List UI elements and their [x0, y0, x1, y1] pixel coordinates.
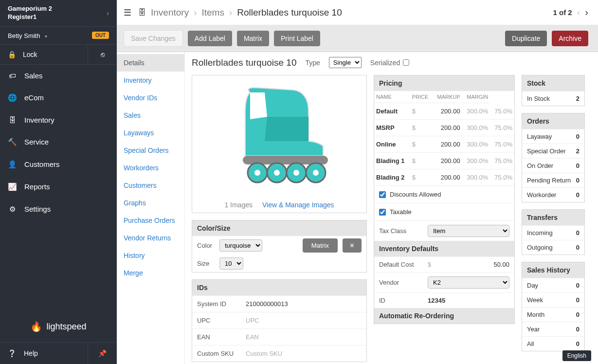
lock-icon: 🔒 — [8, 51, 16, 58]
tax-class-label: Tax Class — [379, 227, 423, 235]
taxable-label: Taxable — [390, 208, 412, 216]
subnav-workorders[interactable]: Workorders — [117, 159, 184, 177]
delete-variant-button[interactable]: ✕ — [343, 238, 362, 253]
ean-input[interactable]: EAN — [246, 333, 259, 341]
pin-icon: 📌 — [98, 349, 107, 357]
subnav-merge[interactable]: Merge — [117, 264, 184, 282]
register-switcher[interactable]: Gameporium 2 Register1 › — [0, 0, 117, 27]
ids-header: IDs — [192, 280, 366, 295]
sales-value: 0 — [576, 311, 580, 318]
col-name: NAME — [374, 91, 410, 103]
save-button[interactable]: Save Changes — [124, 30, 183, 47]
vendor-id-value[interactable]: 12345 — [428, 297, 445, 304]
next-page[interactable]: › — [585, 7, 588, 18]
manage-images-link[interactable]: View & Manage Images — [262, 201, 334, 209]
nav-reports[interactable]: 📈Reports — [0, 176, 117, 198]
add-label-button[interactable]: Add Label — [188, 31, 232, 46]
size-select[interactable]: 10 — [219, 257, 243, 270]
serialized-label: Serialized — [370, 59, 400, 67]
user-switcher[interactable]: Betty Smith ▾ OUT — [0, 27, 117, 45]
matrix-button-inline[interactable]: Matrix — [303, 238, 338, 253]
pin-button[interactable]: 📌 — [88, 343, 117, 364]
sales-label: Day — [527, 282, 538, 289]
crumb-inventory[interactable]: Inventory — [151, 7, 189, 18]
help-button[interactable]: ❔ Help — [0, 343, 88, 364]
sales-history-card: Sales History Day0 Week0 Month0 Year0 Al… — [522, 262, 585, 351]
taxable-checkbox[interactable] — [379, 209, 386, 216]
serialized-checkbox[interactable] — [403, 59, 409, 66]
out-badge[interactable]: OUT — [92, 32, 109, 39]
price-row: Blading 2$200.00300.0%75.0% — [374, 169, 514, 186]
archive-button[interactable]: Archive — [552, 31, 588, 46]
user-name: Betty Smith — [8, 32, 40, 39]
product-image[interactable] — [192, 75, 366, 197]
duplicate-button[interactable]: Duplicate — [505, 31, 547, 46]
logout-button[interactable]: ⎋ — [88, 45, 117, 64]
svg-point-7 — [293, 170, 299, 176]
user-icon: 👤 — [8, 160, 17, 169]
auto-reorder-header: Automatic Re-Ordering — [374, 308, 514, 324]
sales-label: Year — [527, 326, 540, 333]
top-bar: ☰ 🗄 Inventory › Items › Rollerblades tur… — [117, 0, 598, 25]
nav-sales[interactable]: 🏷Sales — [0, 65, 117, 87]
register-name: Register1 — [8, 13, 52, 21]
sku-input[interactable]: Custom SKU — [246, 350, 282, 357]
color-size-header: Color/Size — [192, 220, 366, 236]
help-icon: ❔ — [8, 349, 16, 357]
order-label: Layaway — [527, 133, 552, 140]
upc-label: UPC — [197, 317, 246, 324]
subnav-layaways[interactable]: Layaways — [117, 124, 184, 142]
language-badge[interactable]: English — [562, 350, 591, 361]
subnav-vendor-ids[interactable]: Vendor IDs — [117, 89, 184, 107]
tag-icon: 🏷 — [8, 72, 17, 80]
crumb-items[interactable]: Items — [201, 7, 224, 18]
discounts-checkbox[interactable] — [379, 191, 386, 198]
order-value: 0 — [576, 191, 580, 199]
subnav-history[interactable]: History — [117, 247, 184, 264]
vendor-select[interactable]: K2 — [428, 276, 509, 289]
prev-page[interactable]: ‹ — [577, 7, 580, 18]
transfers-card: Transfers Incoming0 Outgoing0 — [522, 209, 585, 255]
print-label-button[interactable]: Print Label — [274, 31, 320, 46]
subnav-vendor-returns[interactable]: Vendor Returns — [117, 229, 184, 247]
color-select[interactable]: turquoise — [219, 239, 262, 252]
subnav-purchase-orders[interactable]: Purchase Orders — [117, 212, 184, 229]
nav-customers[interactable]: 👤Customers — [0, 153, 117, 176]
order-label: On Order — [527, 162, 553, 169]
lock-button[interactable]: 🔒 Lock — [0, 45, 88, 64]
default-cost-value[interactable]: 50.00 — [493, 261, 509, 268]
subnav-details[interactable]: Details — [117, 54, 184, 72]
order-value: 0 — [576, 162, 580, 169]
orders-header: Orders — [522, 113, 584, 129]
subnav-sales[interactable]: Sales — [117, 107, 184, 124]
pricing-header: Pricing — [374, 75, 514, 91]
nav-service[interactable]: 🔨Service — [0, 131, 117, 153]
type-select[interactable]: Single — [329, 57, 362, 68]
price-row: Blading 1$200.00300.0%75.0% — [374, 153, 514, 169]
nav-label: Inventory — [24, 116, 54, 124]
pager-label: 1 of 2 — [553, 8, 572, 17]
subnav-customers[interactable]: Customers — [117, 177, 184, 194]
help-label: Help — [24, 349, 38, 357]
store-name: Gameporium 2 — [8, 5, 52, 13]
subnav: Details Inventory Vendor IDs Sales Layaw… — [117, 52, 185, 364]
matrix-button[interactable]: Matrix — [237, 31, 269, 46]
upc-input[interactable]: UPC — [246, 317, 259, 324]
subnav-special-orders[interactable]: Special Orders — [117, 142, 184, 159]
nav-inventory[interactable]: 🗄Inventory — [0, 109, 117, 131]
nav-label: Settings — [24, 205, 51, 213]
menu-icon[interactable]: ☰ — [124, 7, 131, 18]
nav-settings[interactable]: ⚙Settings — [0, 198, 117, 220]
logo-text: lightspeed — [46, 322, 86, 332]
action-bar: Save Changes Add Label Matrix Print Labe… — [117, 25, 598, 52]
order-label: Special Order — [527, 147, 565, 155]
type-label: Type — [305, 59, 320, 67]
sales-value: 0 — [576, 326, 580, 333]
sales-value: 0 — [576, 296, 580, 304]
subnav-inventory[interactable]: Inventory — [117, 72, 184, 89]
tax-class-select[interactable]: Item — [428, 225, 509, 237]
subnav-graphs[interactable]: Graphs — [117, 194, 184, 212]
col-price: PRICE — [410, 91, 433, 103]
vendor-id-label: ID — [379, 297, 423, 304]
nav-ecom[interactable]: 🌐eCom — [0, 87, 117, 109]
